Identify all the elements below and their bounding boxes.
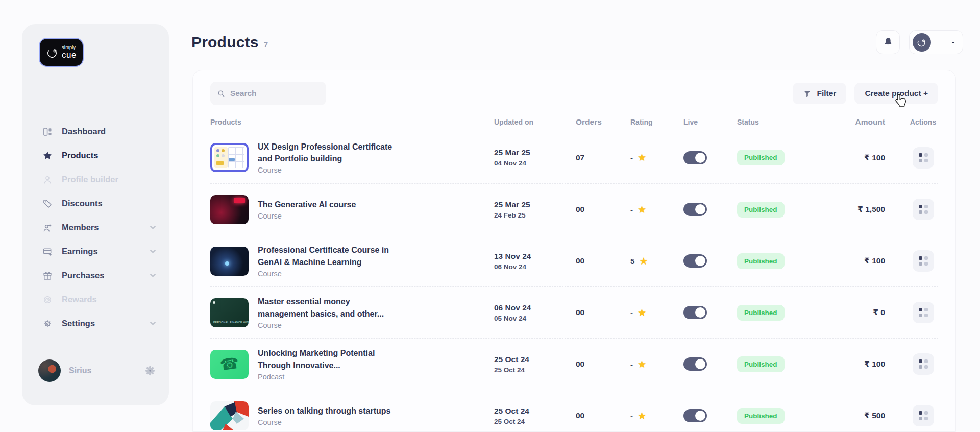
thumbnail-art xyxy=(213,301,215,304)
live-toggle[interactable] xyxy=(683,254,707,268)
sidebar-item-dashboard[interactable]: Dashboard xyxy=(22,119,169,143)
brand-logo[interactable]: simply cue xyxy=(40,39,83,66)
search-input[interactable] xyxy=(230,89,319,98)
rating-value: - xyxy=(630,205,633,214)
account-menu-button[interactable]: - xyxy=(909,30,963,54)
star-icon xyxy=(42,151,53,161)
sidebar-item-products[interactable]: Products xyxy=(22,143,169,167)
product-thumbnail-marketing-podcast: ☎ xyxy=(210,350,249,379)
sidebar-item-members[interactable]: Members xyxy=(22,215,169,239)
sidebar-item-label: Profile builder xyxy=(62,175,118,184)
product-thumbnail-money-management: PERSONAL FINANCE WORKSHOP xyxy=(210,298,249,327)
toggle-knob xyxy=(695,307,705,318)
orders-count: 00 xyxy=(576,256,630,266)
updated-date: 25 Oct 24 xyxy=(494,355,576,364)
updated-date: 25 Mar 25 xyxy=(494,200,576,209)
rating-value: 5 xyxy=(630,257,634,266)
rating-value: - xyxy=(630,412,633,420)
status-badge: Published xyxy=(737,356,785,372)
search-icon xyxy=(217,89,225,98)
actions-button[interactable] xyxy=(913,353,934,375)
create-product-label: Create product + xyxy=(865,89,928,98)
product-type: Course xyxy=(258,270,411,278)
products-panel: Filter Create product + Products Updated… xyxy=(192,70,956,432)
amount-value: ₹ 1,500 xyxy=(819,205,908,214)
thumbnail-art xyxy=(234,198,245,203)
status-badge: Published xyxy=(737,408,785,424)
live-toggle[interactable] xyxy=(683,357,707,371)
sidebar-item-label: Discounts xyxy=(62,199,103,208)
col-header-amount: Amount xyxy=(819,117,908,127)
product-title[interactable]: UX Design Professional Certificate and P… xyxy=(258,141,401,164)
search-box[interactable] xyxy=(210,82,326,105)
orders-count: 00 xyxy=(576,308,630,317)
actions-button[interactable] xyxy=(913,199,934,220)
grid-dots-icon xyxy=(919,308,928,317)
star-icon: ★ xyxy=(638,410,646,422)
bell-icon xyxy=(883,37,894,48)
sidebar-item-profile-builder: Profile builder xyxy=(22,167,169,191)
sidebar: simply cue Dashboard Products Profile bu… xyxy=(22,24,169,405)
created-date: 04 Nov 24 xyxy=(494,159,576,167)
product-title[interactable]: Professional Certificate Course in GenAI… xyxy=(258,244,401,268)
actions-button[interactable] xyxy=(913,405,934,426)
live-toggle[interactable] xyxy=(683,306,707,319)
toggle-knob xyxy=(695,204,705,214)
sidebar-item-label: Purchases xyxy=(62,271,104,280)
sidebar-item-discounts[interactable]: Discounts xyxy=(22,191,169,215)
sidebar-item-rewards: Rewards xyxy=(22,287,169,311)
created-date: 06 Nov 24 xyxy=(494,263,576,271)
filter-funnel-icon xyxy=(803,89,812,98)
filter-button[interactable]: Filter xyxy=(793,83,846,104)
topbar: - xyxy=(876,30,963,54)
star-icon: ★ xyxy=(638,358,646,370)
product-title[interactable]: Master essential money management basics… xyxy=(258,296,401,319)
user-settings-gear-icon[interactable] xyxy=(144,365,156,376)
cue-mark-icon xyxy=(916,37,927,48)
live-toggle[interactable] xyxy=(683,409,707,422)
user-profile-row[interactable]: Sirius xyxy=(38,359,156,382)
sidebar-item-earnings[interactable]: Earnings xyxy=(22,239,169,263)
status-badge: Published xyxy=(737,150,785,165)
gear-icon xyxy=(42,319,53,329)
star-icon: ★ xyxy=(638,307,646,319)
product-thumbnail-startups-series xyxy=(210,401,249,430)
product-type: Course xyxy=(258,212,411,220)
actions-button[interactable] xyxy=(913,302,934,323)
toggle-knob xyxy=(695,256,705,266)
live-toggle[interactable] xyxy=(683,203,707,216)
product-title[interactable]: Series on talking through startups xyxy=(258,405,401,417)
avatar[interactable] xyxy=(38,359,61,382)
orders-count: 00 xyxy=(576,411,630,420)
product-title[interactable]: The Generative AI course xyxy=(258,199,401,210)
col-header-updated: Updated on xyxy=(494,118,576,126)
col-header-status: Status xyxy=(737,118,819,126)
star-icon: ★ xyxy=(638,204,646,215)
orders-count: 00 xyxy=(576,205,630,214)
create-product-button[interactable]: Create product + xyxy=(854,83,938,104)
sidebar-item-settings[interactable]: Settings xyxy=(22,311,169,335)
live-toggle[interactable] xyxy=(683,151,707,164)
card-icon xyxy=(42,247,53,257)
amount-value: ₹ 100 xyxy=(819,256,908,266)
person-icon xyxy=(42,175,53,185)
product-title[interactable]: Unlocking Marketing Potential Through In… xyxy=(258,347,401,371)
thumbnail-art xyxy=(210,401,249,430)
actions-button[interactable] xyxy=(913,250,934,272)
product-thumbnail-generative-ai xyxy=(210,195,249,224)
product-thumbnail-ux-design xyxy=(210,143,249,172)
orders-count: 00 xyxy=(576,359,630,369)
star-icon: ★ xyxy=(639,255,648,267)
products-count: 7 xyxy=(264,40,268,49)
notifications-button[interactable] xyxy=(876,30,900,54)
table-row: The Generative AI course Course 25 Mar 2… xyxy=(210,183,938,235)
actions-button[interactable] xyxy=(913,147,934,169)
created-date: 25 Oct 24 xyxy=(494,418,576,425)
chevron-down-icon xyxy=(150,274,156,277)
thumbnail-art xyxy=(214,147,228,168)
table-row: UX Design Professional Certificate and P… xyxy=(210,132,938,183)
created-date: 05 Nov 24 xyxy=(494,315,576,322)
toggle-knob xyxy=(695,153,705,163)
col-header-actions: Actions xyxy=(908,118,938,126)
sidebar-item-purchases[interactable]: Purchases xyxy=(22,263,169,287)
